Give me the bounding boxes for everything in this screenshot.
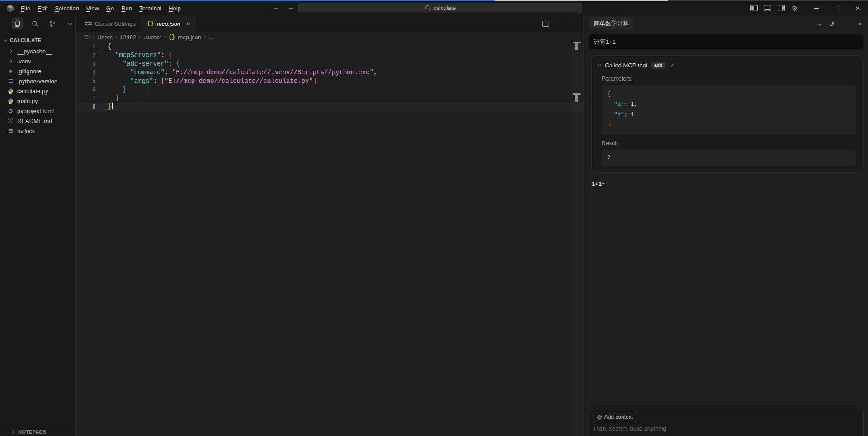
breadcrumb-separator: › [204, 34, 206, 40]
code-token: ] [313, 77, 316, 85]
code-token: { [168, 52, 172, 59]
file-pyproject-toml[interactable]: ⚙pyproject.toml [0, 106, 75, 116]
command-center-search[interactable]: calculate [298, 3, 582, 13]
chat-more-icon[interactable]: ··· [842, 21, 850, 27]
code-token: "args" [130, 77, 153, 85]
code-token [607, 112, 614, 118]
breadcrumb-item[interactable]: mcp.json [178, 34, 201, 41]
file-label: README.md [17, 118, 52, 124]
menu-help[interactable]: Help [165, 3, 184, 14]
code-token: } [123, 86, 127, 93]
menu-view[interactable]: View [83, 3, 103, 14]
chevron-right-icon [7, 50, 14, 52]
code-token: "E://mcp-demo//calculate//.venv//Scripts… [172, 69, 373, 76]
tab-cursor-settings[interactable]: Cursor Settings [80, 15, 142, 32]
breadcrumb-separator: › [93, 34, 94, 40]
menu-run[interactable]: Run [118, 3, 136, 14]
line-content: "mcpServers": { [108, 51, 172, 60]
notepads-section[interactable]: NOTEPADS [0, 427, 75, 436]
git-file-icon [7, 68, 14, 74]
back-arrow-icon[interactable]: ← [271, 3, 280, 11]
menu-terminal[interactable]: Terminal [136, 3, 165, 14]
result-label: Result: [602, 140, 862, 147]
menu-go[interactable]: Go [103, 3, 118, 14]
menu-file[interactable]: File [17, 3, 34, 14]
menu-bar: FileEditSelectionViewGoRunTerminalHelp [17, 3, 184, 14]
settings-gear-icon[interactable]: ⚙ [791, 5, 798, 12]
file-calculate-py[interactable]: calculate.py [0, 86, 75, 96]
text-cursor [112, 103, 113, 109]
sliders-icon [85, 21, 92, 26]
file-uv-lock[interactable]: uv.lock [0, 126, 75, 136]
line-number: 6 [76, 85, 96, 94]
source-control-icon[interactable] [47, 18, 58, 29]
file-label: __pycache__ [17, 48, 52, 55]
breadcrumb-item[interactable]: 12492 [120, 34, 136, 41]
add-context-chip[interactable]: @ Add context [593, 412, 637, 422]
code-token: : [168, 60, 176, 67]
line-number: 1 [76, 43, 96, 51]
more-views-chevron-icon[interactable] [64, 18, 75, 29]
code-token: "b" [614, 112, 624, 118]
line-content: { [108, 43, 111, 51]
explorer-section-header[interactable]: CALCULATE [0, 35, 75, 45]
tool-call-title: Called MCP tool [605, 62, 647, 69]
tab-mcp-json[interactable]: {} mcp.json × [142, 15, 196, 32]
user-message: 计算1+1 [589, 34, 863, 49]
folder--pycache-[interactable]: __pycache__ [0, 46, 75, 56]
code-token: "E://mcp-demo//calculate//calculate.py" [165, 77, 313, 85]
toggle-bottom-panel-icon[interactable] [764, 5, 771, 12]
new-chat-plus-icon[interactable]: + [818, 20, 822, 27]
search-sidebar-icon[interactable] [29, 18, 41, 29]
code-lines: 1{2 "mcpServers": {3 "add-server": {4 "c… [76, 43, 583, 111]
file-main-py[interactable]: main.py [0, 96, 75, 106]
minimize-button[interactable] [806, 1, 826, 15]
code-token: "mcpServers" [115, 52, 161, 59]
code-editor[interactable]: 1{2 "mcpServers": {3 "add-server": {4 "c… [76, 43, 583, 436]
chat-close-icon[interactable]: × [858, 20, 862, 27]
file-label: .venv [17, 58, 31, 65]
title-bar: FileEditSelectionViewGoRunTerminalHelp ←… [0, 0, 868, 15]
file-readme-md[interactable]: iREADME.md [0, 116, 75, 126]
line-number: 8 [76, 103, 96, 111]
split-editor-icon[interactable] [542, 21, 549, 27]
history-icon[interactable]: ↺ [829, 20, 835, 27]
toggle-right-panel-icon[interactable] [777, 5, 785, 12]
menu-edit[interactable]: Edit [34, 3, 51, 14]
add-context-label: Add context [604, 414, 633, 420]
tool-call-header[interactable]: Called MCP tool add ✓ [592, 60, 862, 70]
code-token [108, 52, 115, 59]
breadcrumb-item[interactable]: ... [208, 34, 213, 41]
line-content: "add-server": { [108, 60, 180, 68]
maximize-button[interactable] [826, 1, 847, 15]
forward-arrow-icon[interactable]: → [287, 3, 296, 11]
tool-name-badge: add [651, 62, 666, 69]
notepads-label: NOTEPADS [18, 429, 47, 435]
code-token [108, 69, 130, 76]
menu-selection[interactable]: Selection [51, 3, 82, 14]
file--gitignore[interactable]: .gitignore [0, 66, 75, 76]
tab-close-icon[interactable]: × [186, 20, 190, 27]
close-window-button[interactable]: × [847, 1, 868, 15]
more-actions-icon[interactable]: ··· [556, 20, 564, 27]
file--python-version[interactable]: .python-version [0, 76, 75, 86]
code-token: , [634, 101, 638, 108]
breadcrumb-item[interactable]: C: [84, 34, 90, 41]
python-file-icon [7, 88, 14, 94]
minimap-scrollbar[interactable] [571, 43, 583, 436]
chat-input-box[interactable]: @ Add context Plan, search, build anythi… [588, 408, 864, 436]
file-label: .gitignore [17, 68, 41, 75]
breadcrumb-item[interactable]: Users [97, 34, 113, 41]
breadcrumb: C:›Users›12492›.cursor›{}mcp.json›... [76, 32, 583, 43]
search-text: calculate [434, 5, 456, 11]
breadcrumb-separator: › [139, 34, 141, 40]
chat-tab[interactable]: 简单数学计算 [589, 17, 633, 30]
chat-panel: 简单数学计算 + ↺ ··· × 计算1+1 Called MCP tool a… [583, 15, 868, 436]
folder--venv[interactable]: .venv [0, 56, 75, 66]
explorer-icon[interactable] [12, 18, 23, 29]
search-icon [425, 5, 431, 11]
toggle-left-panel-icon[interactable] [750, 5, 758, 12]
line-content: } [108, 94, 119, 103]
breadcrumb-item[interactable]: .cursor [143, 34, 161, 41]
code-token: : [153, 77, 161, 85]
